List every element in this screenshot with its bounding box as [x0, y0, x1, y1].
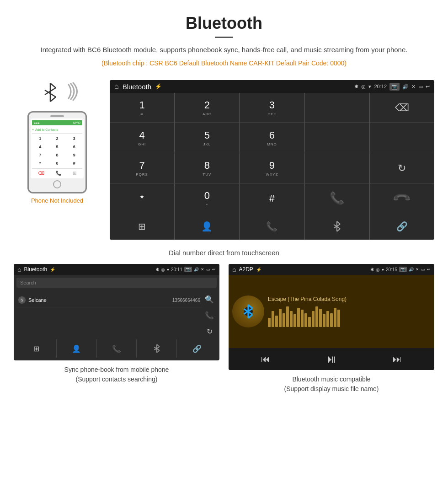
- pb-footer-contacts[interactable]: 👤: [57, 339, 96, 358]
- phone-home-button[interactable]: [53, 180, 61, 188]
- pb-home-icon[interactable]: ⌂: [17, 266, 21, 273]
- phone-key-1[interactable]: 1: [32, 135, 48, 142]
- phone-video-icon[interactable]: ⊞: [73, 171, 76, 176]
- pb-refresh-icon[interactable]: ↻: [207, 327, 213, 336]
- phone-key-9[interactable]: 9: [66, 151, 82, 159]
- pb-search-icon[interactable]: 🔍: [205, 295, 214, 304]
- close-icon[interactable]: ✕: [411, 84, 416, 90]
- dialpad-screen-container: ⌂ Bluetooth ⚡ ✱ ◎ ▾ 20:12 📷 🔊 ✕ ▭ ↩: [110, 80, 434, 240]
- pb-call-icon[interactable]: 📞: [205, 311, 214, 320]
- bluetooth-icon: [41, 81, 59, 104]
- dial-key-1[interactable]: 1∞: [110, 93, 174, 123]
- footer-key-phone[interactable]: 📞: [240, 213, 304, 240]
- footer-key-contacts[interactable]: 👤: [175, 213, 239, 240]
- svg-line-8: [337, 229, 340, 231]
- pb-footer-link[interactable]: 🔗: [177, 339, 217, 358]
- a2dp-camera-icon[interactable]: 📷: [399, 267, 407, 272]
- play-pause-icon[interactable]: ⏯: [326, 353, 337, 365]
- dial-key-4[interactable]: 4GHI: [110, 123, 174, 153]
- a2dp-title: A2DP: [239, 266, 253, 273]
- back-icon[interactable]: ↩: [426, 84, 430, 90]
- eq-bar: [293, 314, 296, 327]
- home-icon[interactable]: ⌂: [114, 82, 119, 91]
- pb-back-icon[interactable]: ↩: [212, 267, 216, 272]
- next-track-icon[interactable]: ⏭: [393, 354, 402, 365]
- phone-key-4[interactable]: 4: [32, 143, 48, 150]
- page-title: Bluetooth: [27, 14, 421, 33]
- dial-key-7[interactable]: 7PQRS: [110, 153, 174, 183]
- pb-footer-phone[interactable]: 📞: [97, 339, 137, 358]
- dial-key-9[interactable]: 9WXYZ: [240, 153, 304, 183]
- search-bar[interactable]: Search: [16, 278, 217, 288]
- phone-key-3[interactable]: 3: [66, 135, 82, 142]
- phone-signal: MYO: [73, 121, 80, 124]
- a2dp-x-icon[interactable]: ✕: [416, 267, 419, 272]
- dial-key-hash[interactable]: #: [240, 183, 304, 213]
- phone-key-8[interactable]: 8: [49, 151, 65, 159]
- window-icon[interactable]: ▭: [418, 84, 423, 90]
- phonebook-caption-line1: Sync phone-book from mobile phone: [64, 366, 169, 373]
- dial-key-2[interactable]: 2ABC: [175, 93, 239, 123]
- a2dp-vol-icon[interactable]: 🔊: [409, 267, 414, 272]
- eq-bar: [279, 309, 282, 327]
- dial-key-refresh[interactable]: ↻: [370, 153, 434, 183]
- a2dp-controls: ⏮ ⏯ ⏭: [229, 348, 434, 370]
- dial-key-call-green[interactable]: 📞: [305, 183, 369, 213]
- eq-bar: [326, 311, 329, 327]
- eq-bar: [283, 313, 285, 327]
- pb-footer-grid[interactable]: ⊞: [16, 339, 56, 358]
- phone-call-icon[interactable]: 📞: [56, 171, 61, 176]
- pb-win-icon[interactable]: ▭: [206, 267, 210, 272]
- svg-line-11: [157, 345, 160, 347]
- phonebook-right-icons: 🔍 📞 ↻: [202, 293, 217, 338]
- footer-key-link[interactable]: 🔗: [370, 213, 434, 240]
- phone-key-star[interactable]: *: [32, 160, 48, 167]
- footer-key-bluetooth[interactable]: [305, 213, 369, 240]
- a2dp-home-icon[interactable]: ⌂: [232, 266, 236, 273]
- phone-key-hash[interactable]: #: [66, 160, 82, 167]
- volume-icon[interactable]: 🔊: [402, 84, 409, 90]
- phonebook-caption-line2: (Support contacts searching): [76, 376, 158, 383]
- title-divider: [215, 37, 233, 38]
- dial-key-0[interactable]: 0+: [175, 183, 239, 213]
- phone-del-icon[interactable]: ⌫: [38, 171, 44, 176]
- pb-x-icon[interactable]: ✕: [201, 267, 204, 272]
- pb-camera-icon[interactable]: 📷: [184, 267, 192, 272]
- car-dialpad-screen: ⌂ Bluetooth ⚡ ✱ ◎ ▾ 20:12 📷 🔊 ✕ ▭ ↩: [110, 80, 434, 240]
- eq-bar: [330, 313, 333, 327]
- contact-list-area: S Seicane 13566664466: [16, 293, 202, 338]
- dial-key-backspace[interactable]: ⌫: [370, 93, 434, 123]
- pb-vol-icon[interactable]: 🔊: [194, 267, 199, 272]
- phone-key-0[interactable]: 0: [49, 160, 65, 167]
- a2dp-win-icon[interactable]: ▭: [421, 267, 425, 272]
- phone-key-5[interactable]: 5: [49, 143, 65, 150]
- phonebook-caption: Sync phone-book from mobile phone (Suppo…: [14, 365, 219, 384]
- camera-icon[interactable]: 📷: [389, 83, 400, 91]
- a2dp-back-icon[interactable]: ↩: [427, 267, 431, 272]
- prev-track-icon[interactable]: ⏮: [261, 354, 270, 365]
- phone-key-6[interactable]: 6: [66, 143, 82, 150]
- time-display: 20:12: [374, 84, 387, 89]
- phone-key-7[interactable]: 7: [32, 151, 48, 159]
- phone-keypad: 1 2 3 4 5 6 7 8 9 * 0 #: [32, 135, 82, 167]
- pb-footer-bt[interactable]: [137, 339, 176, 358]
- eq-bar: [297, 308, 300, 327]
- header-description: Integrated with BC6 Bluetooth module, su…: [27, 44, 421, 55]
- dial-key-6[interactable]: 6MNO: [240, 123, 304, 153]
- dial-key-5[interactable]: 5JKL: [175, 123, 239, 153]
- phone-key-2[interactable]: 2: [49, 135, 65, 142]
- signal-arcs-icon: [57, 80, 80, 103]
- footer-key-grid[interactable]: ⊞: [110, 213, 174, 240]
- dial-key-empty-2: [305, 123, 369, 153]
- dial-key-call-red[interactable]: 📞: [370, 183, 434, 213]
- pb-wifi-icon: ▾: [167, 267, 169, 272]
- dial-key-8[interactable]: 8TUV: [175, 153, 239, 183]
- phonebook-screen-img: ⌂ Bluetooth ⚡ ✱ ◎ ▾ 20:11 📷 🔊 ✕ ▭ ↩: [14, 264, 219, 360]
- dial-key-3[interactable]: 3DEF: [240, 93, 304, 123]
- equalizer: [268, 304, 431, 327]
- eq-bar: [290, 311, 293, 327]
- album-bt-icon: [242, 304, 255, 319]
- gps-icon: ◎: [361, 84, 366, 90]
- dial-key-star[interactable]: *: [110, 183, 174, 213]
- wifi-icon: ▾: [368, 84, 371, 90]
